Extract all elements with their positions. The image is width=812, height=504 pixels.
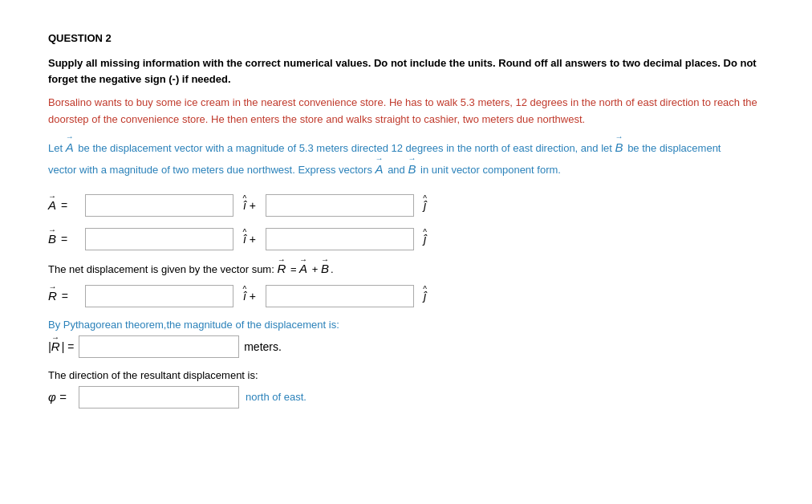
vector-a-label: A = (48, 198, 80, 212)
vector-a-ref: A (376, 158, 384, 180)
math-description: Let A be the displacement vector with a … (48, 136, 764, 180)
magnitude-row: |R| = meters. (48, 335, 764, 358)
vector-r-j-unit: ĵ (424, 290, 426, 303)
story-text: Borsalino wants to buy some ice cream in… (48, 95, 764, 128)
vector-a-y-input[interactable] (266, 194, 414, 217)
vector-b-i-unit: î + (243, 233, 256, 246)
magnitude-input[interactable] (79, 335, 239, 358)
north-of-east-label: north of east. (246, 391, 307, 403)
vector-r-eq-symbol: R (48, 289, 57, 303)
vector-a-row: A = î + ĵ (48, 194, 764, 217)
vector-a-i-unit: î + (243, 199, 256, 212)
vector-b-row: B = î + ĵ (48, 228, 764, 250)
question-label: QUESTION 2 (48, 32, 764, 44)
magnitude-r-symbol: R (51, 339, 60, 353)
vector-r-x-input[interactable] (85, 285, 233, 307)
hat-i-b: î (243, 233, 246, 246)
hat-j-r: ĵ (424, 290, 426, 303)
meters-label: meters. (244, 340, 282, 353)
hat-j-a: ĵ (424, 199, 426, 212)
hat-j-b: ĵ (424, 233, 426, 246)
magnitude-label-text: By Pythagorean theorem,the magnitude of … (48, 319, 764, 331)
r-formula-r: R (277, 262, 286, 275)
direction-input[interactable] (79, 386, 239, 408)
direction-section: The direction of the resultant displacem… (48, 369, 764, 408)
r-formula-b: B (321, 262, 329, 275)
net-disp-text: The net displacement is given by the vec… (48, 262, 764, 275)
magnitude-abs-label: |R| = (48, 339, 74, 353)
hat-i-a: î (243, 199, 246, 212)
r-formula-a: A (299, 262, 307, 275)
vector-r-row: R = î + ĵ (48, 285, 764, 307)
vector-a-j-unit: ĵ (424, 199, 426, 212)
phi-label: φ = (48, 390, 72, 404)
instruction-text: Supply all missing information with the … (48, 55, 764, 87)
vector-b-j-unit: ĵ (424, 233, 426, 246)
magnitude-section: By Pythagorean theorem,the magnitude of … (48, 319, 764, 358)
direction-label-text: The direction of the resultant displacem… (48, 369, 764, 381)
vector-b-x-input[interactable] (85, 228, 233, 250)
vector-a-x-input[interactable] (85, 194, 233, 217)
vector-r-y-input[interactable] (266, 285, 414, 307)
vector-r-label: R = (48, 289, 80, 303)
vector-b-ref: B (408, 158, 416, 180)
vector-b-eq-symbol: B (48, 232, 56, 246)
vector-a-eq-symbol: A (48, 198, 56, 212)
vector-b-y-input[interactable] (266, 228, 414, 250)
direction-row: φ = north of east. (48, 386, 764, 408)
vector-a-symbol: A (66, 136, 74, 158)
vector-b-symbol: B (615, 136, 623, 158)
vector-r-i-unit: î + (243, 290, 256, 303)
vector-b-label: B = (48, 232, 80, 246)
hat-i-r: î (243, 290, 246, 303)
